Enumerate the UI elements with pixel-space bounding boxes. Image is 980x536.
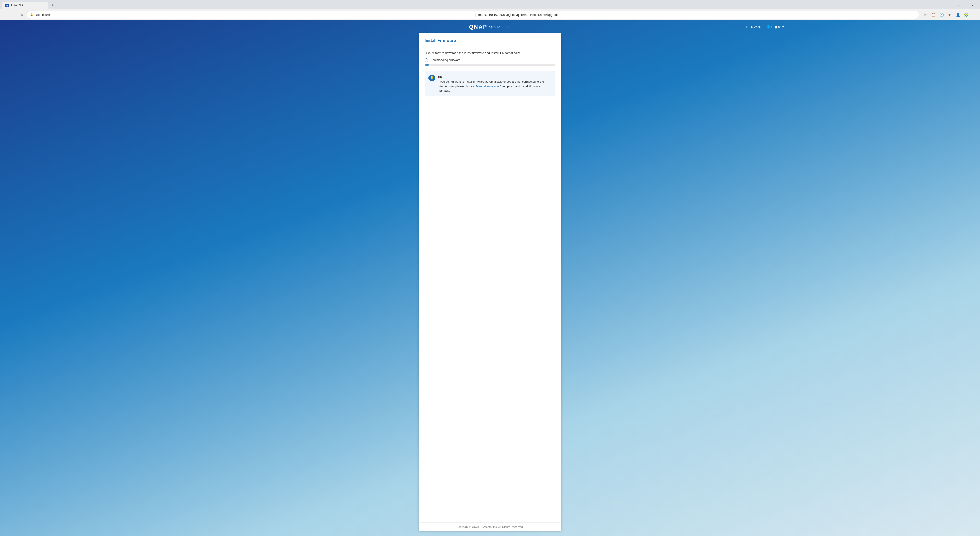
chevron-down-icon: ▾ <box>783 25 784 29</box>
content-area: Install Firmware Click "Start" to downlo… <box>0 33 980 536</box>
main-panel: Install Firmware Click "Start" to downlo… <box>418 33 562 531</box>
tab-bar: Q TS-253D ✕ + — □ ✕ <box>0 0 980 9</box>
tip-box: 💡 Tip If you do not want to install firm… <box>425 71 555 96</box>
maximize-button[interactable]: □ <box>953 2 965 9</box>
manual-installation-link[interactable]: Manual installation <box>476 85 501 88</box>
globe-icon: 🌐 <box>767 25 770 29</box>
tab-title: TS-253D <box>11 3 23 7</box>
panel-header: Install Firmware <box>418 33 562 47</box>
not-secure-label: Not secure <box>35 13 473 17</box>
forward-button[interactable]: → <box>10 11 18 18</box>
address-url: 192.168.50.102:8080/cgi-bin/quick/html/i… <box>477 13 916 17</box>
window-controls: — □ ✕ <box>941 2 980 9</box>
progress-label-row: Downloading firmware... <box>425 59 555 62</box>
collection-button[interactable]: 📋 <box>929 11 937 19</box>
qnap-header: QNAP QTS 4.4.2.1331 ⊞ TS-253D | 🌐 Englis… <box>0 21 980 33</box>
progress-text: Downloading firmware... <box>430 59 463 62</box>
address-bar[interactable]: 🔒 Not secure | 192.168.50.102:8080/cgi-b… <box>27 11 919 19</box>
copyright-text: Copyright © QNAP Systems, Inc. All Right… <box>456 525 523 528</box>
loading-spinner <box>425 59 428 62</box>
bookmark-button[interactable]: ☆ <box>921 11 929 19</box>
navigation-bar: ← → ↻ 🔒 Not secure | 192.168.50.102:8080… <box>0 9 980 21</box>
extensions-button[interactable]: 🧩 <box>962 11 970 19</box>
device-info: ⊞ TS-253D <box>746 25 761 29</box>
minimize-button[interactable]: — <box>941 2 953 9</box>
qnap-version: QTS 4.4.2.1331 <box>489 25 511 29</box>
panel-footer: Copyright © QNAP Systems, Inc. All Right… <box>418 522 562 531</box>
menu-button[interactable]: ⋯ <box>970 11 978 19</box>
new-tab-button[interactable]: + <box>49 2 56 9</box>
favorites-button[interactable]: ★ <box>946 11 953 19</box>
language-label: English <box>772 25 781 29</box>
device-icon: ⊞ <box>746 25 748 29</box>
address-separator: | <box>475 13 476 17</box>
panel-body: Click "Start" to download the latest fir… <box>418 47 562 531</box>
profile-button[interactable]: 👤 <box>954 11 962 19</box>
active-tab[interactable]: Q TS-253D ✕ <box>2 2 48 9</box>
tip-title: Tip <box>438 75 552 79</box>
tab-close-button[interactable]: ✕ <box>41 3 45 7</box>
progress-section: Downloading firmware... <box>425 59 555 66</box>
tip-icon: 💡 <box>428 75 435 81</box>
security-icon: 🔒 <box>30 13 33 16</box>
tab-favicon: Q <box>5 3 9 7</box>
browser-action-buttons: ☆ 📋 🕐 ★ 👤 🧩 ⋯ <box>921 11 978 19</box>
back-button[interactable]: ← <box>2 11 9 18</box>
header-divider: | <box>763 24 764 29</box>
close-button[interactable]: ✕ <box>966 2 978 9</box>
qnap-logo: QNAP <box>469 24 487 30</box>
progress-bar-container <box>425 64 555 66</box>
panel-title: Install Firmware <box>425 38 555 43</box>
progress-bar-fill <box>425 64 429 66</box>
header-right: ⊞ TS-253D | 🌐 English ▾ <box>746 24 784 29</box>
browser-chrome: Q TS-253D ✕ + — □ ✕ ← → ↻ 🔒 Not secure |… <box>0 0 980 21</box>
page-wrapper: QNAP QTS 4.4.2.1331 ⊞ TS-253D | 🌐 Englis… <box>0 21 980 536</box>
qnap-logo-area: QNAP QTS 4.4.2.1331 <box>469 24 511 30</box>
tip-content: Tip If you do not want to install firmwa… <box>438 75 552 93</box>
instruction-text: Click "Start" to download the latest fir… <box>425 51 555 55</box>
device-name-label: TS-253D <box>749 25 761 29</box>
history-button[interactable]: 🕐 <box>938 11 945 19</box>
language-selector[interactable]: 🌐 English ▾ <box>767 25 784 29</box>
refresh-button[interactable]: ↻ <box>18 11 25 18</box>
